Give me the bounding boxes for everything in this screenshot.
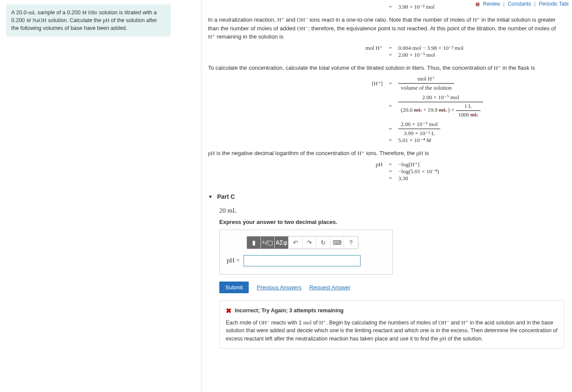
feedback-title: Incorrect; Try Again; 3 attempts remaini…	[235, 307, 344, 315]
submit-button[interactable]: Submit	[219, 282, 249, 293]
previous-answers-link[interactable]: Previous Answers	[257, 284, 301, 291]
request-answer-link[interactable]: Request Answer	[309, 284, 351, 291]
explanation-paragraph: pH is the negative decimal logarithm of …	[208, 149, 564, 158]
species-HBr: HBr	[88, 10, 98, 16]
part-label: Part C	[217, 193, 235, 200]
answer-box: ▮ ᵡ√▢ ΑΣφ ↶ ↷ ↻ ⌨ ? pH =	[219, 230, 393, 275]
text: sample of a 0.200	[36, 10, 82, 16]
text: A 20.0-	[11, 10, 29, 16]
chevron-down-icon: ▼	[208, 194, 213, 199]
main-content: = 3.98 × 10⁻³ mol In a neutralization re…	[208, 0, 572, 392]
part-c-header[interactable]: ▼ Part C	[208, 193, 564, 200]
explanation-paragraph: To calculate the concentration, calculat…	[208, 64, 564, 72]
species-NaOH: NaOH	[32, 17, 47, 23]
feedback-body: Each mole of OH⁻ reacts with 1 mol of H⁺…	[226, 319, 558, 343]
equation-toolbar: ▮ ᵡ√▢ ΑΣφ ↶ ↷ ↻ ⌨ ?	[247, 236, 358, 249]
unit-mL: mL	[29, 10, 36, 16]
redo-button[interactable]: ↷	[302, 236, 316, 249]
answer-prefix: pH =	[227, 257, 240, 264]
help-button[interactable]: ?	[344, 236, 358, 249]
equation-block: = 3.98 × 10⁻³ mol	[208, 3, 564, 10]
instruction: Express your answer to two decimal place…	[219, 219, 564, 225]
text: solution. Calculate the	[46, 17, 103, 23]
equation-block: mol H⁺ = 0.004 mol − 3.98 × 10⁻³ mol = 2…	[208, 45, 564, 58]
problem-statement: A 20.0-mL sample of a 0.200 M HBr soluti…	[6, 4, 171, 36]
pH-label: pH	[103, 17, 109, 23]
answer-input[interactable]	[244, 255, 361, 266]
greek-button[interactable]: ΑΣφ	[275, 236, 289, 249]
eq-value: 3.98 × 10⁻³ mol	[395, 3, 525, 10]
incorrect-icon: ✖	[226, 306, 231, 316]
root-button[interactable]: ᵡ√▢	[261, 236, 275, 249]
equation-block: pH=−log[H⁺] =−log(5.01 × 10⁻⁴) =3.30	[208, 161, 564, 182]
unit-M: M	[82, 10, 86, 16]
divider	[201, 0, 202, 392]
reset-button[interactable]: ↻	[316, 236, 330, 249]
feedback-box: ✖ Incorrect; Try Again; 3 attempts remai…	[219, 300, 564, 349]
keyboard-button[interactable]: ⌨	[330, 236, 344, 249]
undo-button[interactable]: ↶	[289, 236, 302, 249]
explanation-paragraph: In a neutralization reaction, H⁺ and OH⁻…	[208, 16, 564, 41]
unit-M: M	[26, 17, 31, 23]
equation-block: [H⁺] = mol H⁺volume of the solution = 2.…	[208, 75, 564, 144]
part-c-volume: 20 mL	[219, 207, 564, 214]
format-button[interactable]: ▮	[247, 236, 261, 249]
